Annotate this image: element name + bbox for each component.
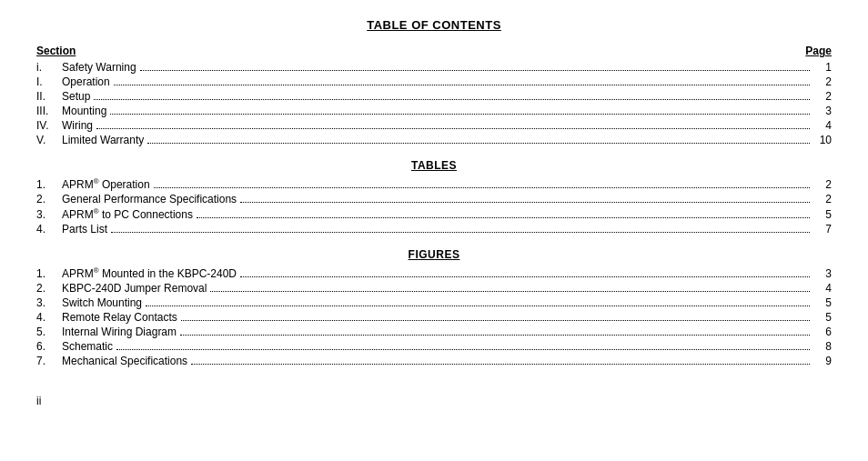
figure-number: 1. [36,267,62,280]
table-row: 2.General Performance Specifications2 [36,193,832,205]
toc-dots [116,349,810,350]
table-row: V.Limited Warranty10 [36,134,832,146]
figure-title: KBPC-240D Jumper Removal [62,282,207,295]
section-title: Mounting [62,105,106,117]
figures-heading: FIGURES [36,248,832,261]
sections-list: i.Safety Warning1I.Operation2II.Setup2II… [36,61,832,146]
section-page: 2 [813,75,832,88]
section-page: 3 [813,105,832,117]
table-row: 3.Switch Mounting5 [36,296,832,309]
table-page: 2 [813,193,832,205]
toc-dots [96,128,810,129]
table-row: 5.Internal Wiring Diagram6 [36,326,832,338]
page-title: TABLE OF CONTENTS [36,18,832,32]
table-number: 2. [36,193,62,205]
section-number: I. [36,75,62,88]
figure-title: Mechanical Specifications [62,355,187,367]
figure-title: APRM® Mounted in the KBPC-240D [62,266,237,280]
table-number: 1. [36,178,62,191]
figure-number: 5. [36,326,62,338]
table-row: 4.Parts List7 [36,223,832,236]
table-row: I.Operation2 [36,75,832,88]
table-title: Parts List [62,223,107,236]
table-page: 2 [813,178,832,191]
toc-dots [146,306,810,306]
figure-page: 8 [813,340,832,353]
table-row: 2.KBPC-240D Jumper Removal4 [36,282,832,295]
table-row: i.Safety Warning1 [36,61,832,74]
section-title: Operation [62,75,110,88]
figures-list: 1.APRM® Mounted in the KBPC-240D32.KBPC-… [36,266,832,367]
figure-title: Internal Wiring Diagram [62,326,177,338]
section-page: 1 [813,61,832,74]
figure-title: Remote Relay Contacts [62,311,177,324]
section-page: 2 [813,90,832,103]
table-row: II.Setup2 [36,90,832,103]
section-title: Setup [62,90,90,103]
table-row: IV.Wiring4 [36,119,832,132]
figure-page: 3 [813,267,832,280]
page-column-label: Page [805,45,832,57]
toc-dots [114,85,810,85]
table-row: 7.Mechanical Specifications9 [36,355,832,367]
toc-dots [181,320,810,321]
section-title: Wiring [62,119,93,132]
toc-dots [240,276,810,277]
table-row: 6.Schematic8 [36,340,832,353]
toc-dots [180,335,810,336]
section-title: Safety Warning [62,61,136,74]
table-row: 4.Remote Relay Contacts5 [36,311,832,324]
section-title: Limited Warranty [62,134,144,146]
section-number: IV. [36,119,62,132]
footer-page-number: ii [36,395,832,407]
figure-page: 5 [813,311,832,324]
table-row: III.Mounting3 [36,105,832,117]
table-row: 1.APRM® Mounted in the KBPC-240D3 [36,266,832,280]
toc-dots [140,70,810,71]
figure-number: 2. [36,282,62,295]
tables-heading: TABLES [36,159,832,172]
tables-list: 1.APRM® Operation22.General Performance … [36,177,832,236]
figure-title: Switch Mounting [62,296,142,309]
figure-page: 6 [813,326,832,338]
section-number: i. [36,61,62,74]
section-number: II. [36,90,62,103]
toc-dots [94,99,810,100]
table-title: General Performance Specifications [62,193,237,205]
section-number: V. [36,134,62,146]
figure-page: 4 [813,282,832,295]
table-number: 3. [36,208,62,221]
table-row: 1.APRM® Operation2 [36,177,832,191]
toc-dots [210,291,810,292]
table-title: APRM® Operation [62,177,150,191]
table-page: 5 [813,208,832,221]
section-header: Section Page [36,45,832,57]
toc-dots [111,232,810,233]
toc-dots [147,143,810,144]
toc-dots [240,202,810,203]
table-title: APRM® to PC Connections [62,207,193,221]
toc-dots [197,217,810,218]
toc-dots [191,364,810,365]
table-number: 4. [36,223,62,236]
toc-dots [154,187,810,188]
figure-number: 7. [36,355,62,367]
figure-number: 6. [36,340,62,353]
figure-page: 5 [813,296,832,309]
toc-dots [110,114,810,115]
section-number: III. [36,105,62,117]
section-page: 10 [813,134,832,146]
figure-title: Schematic [62,340,113,353]
section-page: 4 [813,119,832,132]
table-page: 7 [813,223,832,236]
figure-number: 3. [36,296,62,309]
figure-page: 9 [813,355,832,367]
figure-number: 4. [36,311,62,324]
table-row: 3.APRM® to PC Connections5 [36,207,832,221]
section-column-label: Section [36,45,76,57]
